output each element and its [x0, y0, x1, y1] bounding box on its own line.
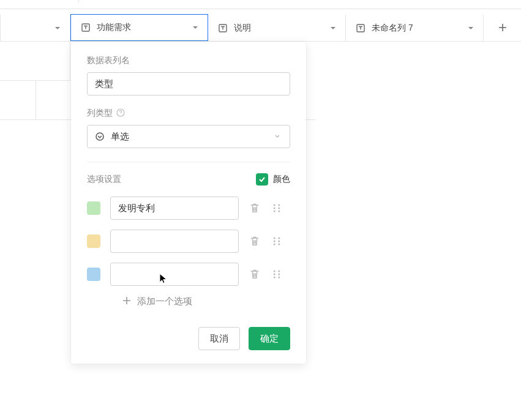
option-row	[87, 263, 290, 286]
divider	[78, 0, 79, 2]
color-swatch[interactable]	[87, 268, 100, 281]
confirm-button[interactable]: 确定	[249, 327, 290, 350]
column-header-3[interactable]: 未命名列 7	[346, 15, 484, 42]
svg-point-8	[274, 208, 275, 209]
svg-point-17	[278, 241, 280, 242]
svg-point-24	[278, 277, 280, 279]
table-cell[interactable]	[0, 42, 70, 81]
toolbar: 排序 查找 表单	[0, 0, 521, 9]
divider	[87, 162, 290, 162]
text-column-icon	[356, 23, 365, 33]
svg-point-7	[274, 204, 275, 206]
svg-point-11	[278, 208, 280, 209]
color-swatch[interactable]	[87, 234, 100, 248]
column-type-label: 列类型	[87, 108, 290, 119]
chevron-down-icon	[274, 132, 281, 142]
chevron-down-icon	[54, 24, 61, 32]
column-type-select[interactable]: 单选	[87, 125, 290, 148]
svg-point-21	[274, 277, 275, 279]
svg-point-14	[274, 241, 275, 242]
column-edit-popover: 数据表列名 列类型 单选 选项设置 颜色	[71, 42, 306, 364]
column-header-label: 未命名列 7	[372, 23, 413, 34]
color-toggle-checkbox[interactable]	[256, 173, 268, 186]
plus-icon	[122, 296, 131, 307]
add-option-button[interactable]: 添加一个选项	[122, 296, 290, 307]
chevron-down-icon	[467, 24, 474, 32]
delete-option-button[interactable]	[249, 268, 261, 280]
color-toggle-label: 颜色	[273, 174, 290, 185]
column-header-1[interactable]: 功能需求	[70, 14, 208, 41]
column-header-0[interactable]	[0, 15, 70, 42]
delete-option-button[interactable]	[249, 235, 261, 247]
svg-point-19	[274, 271, 275, 272]
option-input[interactable]	[110, 197, 239, 220]
svg-point-6	[96, 133, 103, 140]
drag-handle-icon[interactable]	[271, 202, 283, 214]
add-option-label: 添加一个选项	[137, 296, 192, 307]
add-column-button[interactable]	[484, 15, 521, 42]
options-section-label: 选项设置	[87, 174, 121, 185]
column-name-label: 数据表列名	[87, 55, 290, 66]
chevron-down-icon	[329, 24, 337, 32]
text-column-icon	[81, 23, 91, 32]
option-row	[87, 197, 290, 220]
svg-point-23	[278, 274, 280, 276]
drag-handle-icon[interactable]	[271, 235, 283, 247]
column-header-2[interactable]: 说明	[208, 15, 346, 42]
option-row	[87, 230, 290, 253]
column-header-row: 功能需求 说明 未命名列 7	[0, 15, 521, 42]
color-swatch[interactable]	[87, 201, 100, 215]
column-header-label: 功能需求	[97, 22, 131, 33]
svg-point-16	[278, 238, 280, 239]
cancel-button[interactable]: 取消	[198, 327, 240, 350]
delete-option-button[interactable]	[249, 202, 261, 214]
drag-handle-icon[interactable]	[271, 268, 283, 280]
help-icon[interactable]	[116, 108, 125, 119]
chevron-down-icon	[192, 24, 199, 31]
option-input[interactable]	[110, 230, 239, 253]
option-input[interactable]	[110, 263, 239, 286]
svg-point-20	[274, 274, 275, 276]
single-select-icon	[95, 132, 105, 141]
svg-point-18	[278, 244, 280, 246]
plus-icon	[498, 23, 508, 34]
svg-point-9	[274, 211, 275, 212]
column-type-value: 单选	[111, 131, 129, 143]
svg-point-15	[274, 244, 275, 246]
text-column-icon	[218, 23, 228, 33]
confirm-button-label: 确定	[260, 333, 279, 345]
column-header-label: 说明	[234, 23, 251, 34]
cancel-button-label: 取消	[210, 333, 228, 345]
svg-point-13	[274, 238, 275, 239]
svg-point-10	[278, 204, 280, 206]
svg-point-12	[278, 211, 280, 212]
svg-point-22	[278, 271, 280, 272]
column-name-input[interactable]	[87, 72, 290, 96]
table-cell[interactable]	[0, 81, 36, 120]
column-type-label-text: 列类型	[87, 108, 113, 119]
